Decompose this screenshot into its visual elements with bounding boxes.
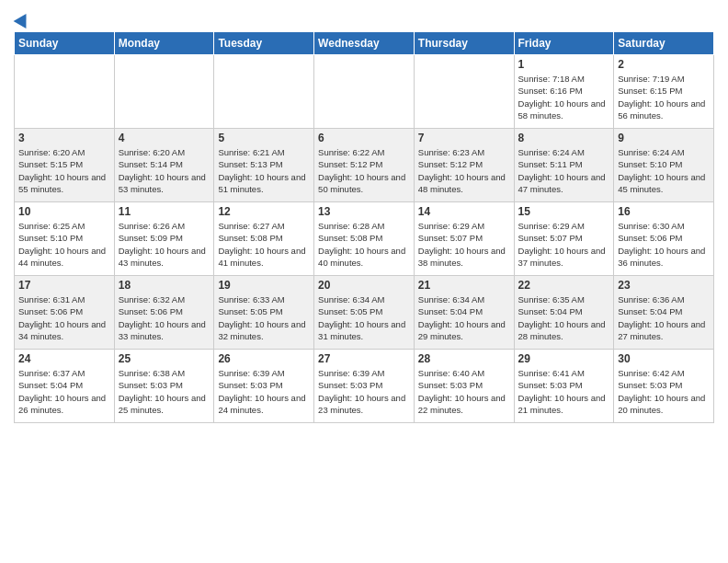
day-info: Sunrise: 6:24 AM Sunset: 5:11 PM Dayligh…: [518, 146, 610, 195]
day-info: Sunrise: 6:22 AM Sunset: 5:12 PM Dayligh…: [318, 146, 410, 195]
day-info: Sunrise: 6:41 AM Sunset: 5:03 PM Dayligh…: [518, 367, 610, 416]
calendar-week-1: 1Sunrise: 7:18 AM Sunset: 6:16 PM Daylig…: [15, 55, 714, 129]
calendar-cell: 15Sunrise: 6:29 AM Sunset: 5:07 PM Dayli…: [514, 202, 614, 276]
calendar-cell: 20Sunrise: 6:34 AM Sunset: 5:05 PM Dayli…: [314, 276, 415, 350]
day-number: 25: [119, 352, 210, 365]
day-number: 12: [218, 205, 310, 218]
calendar-cell: 10Sunrise: 6:25 AM Sunset: 5:10 PM Dayli…: [15, 202, 115, 276]
day-info: Sunrise: 6:39 AM Sunset: 5:03 PM Dayligh…: [318, 367, 410, 416]
calendar-cell: 13Sunrise: 6:28 AM Sunset: 5:08 PM Dayli…: [314, 202, 415, 276]
day-info: Sunrise: 6:26 AM Sunset: 5:09 PM Dayligh…: [119, 220, 210, 269]
day-number: 29: [518, 352, 610, 365]
day-info: Sunrise: 6:40 AM Sunset: 5:03 PM Dayligh…: [418, 367, 510, 416]
day-number: 13: [318, 205, 410, 218]
calendar-cell: 12Sunrise: 6:27 AM Sunset: 5:08 PM Dayli…: [214, 202, 314, 276]
day-number: 20: [318, 279, 410, 292]
calendar-cell: 21Sunrise: 6:34 AM Sunset: 5:04 PM Dayli…: [414, 276, 514, 350]
calendar-cell: 19Sunrise: 6:33 AM Sunset: 5:05 PM Dayli…: [214, 276, 314, 350]
calendar-week-4: 17Sunrise: 6:31 AM Sunset: 5:06 PM Dayli…: [15, 276, 714, 350]
calendar-cell: [15, 55, 115, 129]
day-info: Sunrise: 6:42 AM Sunset: 5:03 PM Dayligh…: [618, 367, 710, 416]
weekday-header-monday: Monday: [114, 32, 214, 55]
day-number: 6: [318, 132, 410, 144]
day-number: 4: [119, 132, 210, 144]
calendar-cell: 1Sunrise: 7:18 AM Sunset: 6:16 PM Daylig…: [514, 55, 614, 129]
calendar-cell: 9Sunrise: 6:24 AM Sunset: 5:10 PM Daylig…: [614, 129, 714, 202]
day-number: 5: [218, 132, 310, 144]
day-number: 11: [119, 205, 210, 218]
day-info: Sunrise: 6:29 AM Sunset: 5:07 PM Dayligh…: [418, 220, 510, 269]
day-number: 16: [618, 205, 710, 218]
calendar-header-row: SundayMondayTuesdayWednesdayThursdayFrid…: [15, 32, 714, 55]
calendar-cell: [314, 55, 415, 129]
calendar-cell: 6Sunrise: 6:22 AM Sunset: 5:12 PM Daylig…: [314, 129, 415, 202]
day-info: Sunrise: 6:34 AM Sunset: 5:05 PM Dayligh…: [318, 293, 410, 342]
day-info: Sunrise: 7:19 AM Sunset: 6:15 PM Dayligh…: [618, 73, 710, 121]
calendar-cell: 27Sunrise: 6:39 AM Sunset: 5:03 PM Dayli…: [314, 350, 415, 423]
day-info: Sunrise: 6:36 AM Sunset: 5:04 PM Dayligh…: [618, 293, 710, 342]
calendar-cell: 4Sunrise: 6:20 AM Sunset: 5:14 PM Daylig…: [114, 129, 214, 202]
calendar-cell: 14Sunrise: 6:29 AM Sunset: 5:07 PM Dayli…: [414, 202, 514, 276]
weekday-header-thursday: Thursday: [414, 32, 514, 55]
logo: [14, 13, 30, 26]
calendar-cell: 5Sunrise: 6:21 AM Sunset: 5:13 PM Daylig…: [214, 129, 314, 202]
weekday-header-friday: Friday: [514, 32, 614, 55]
day-info: Sunrise: 6:39 AM Sunset: 5:03 PM Dayligh…: [218, 367, 310, 416]
day-number: 21: [418, 279, 510, 292]
day-info: Sunrise: 6:30 AM Sunset: 5:06 PM Dayligh…: [618, 220, 710, 269]
day-info: Sunrise: 6:20 AM Sunset: 5:14 PM Dayligh…: [119, 146, 210, 195]
day-number: 26: [218, 352, 310, 365]
day-number: 9: [618, 132, 710, 144]
day-info: Sunrise: 6:31 AM Sunset: 5:06 PM Dayligh…: [18, 293, 110, 342]
day-info: Sunrise: 6:27 AM Sunset: 5:08 PM Dayligh…: [218, 220, 310, 269]
weekday-header-saturday: Saturday: [614, 32, 714, 55]
calendar-cell: 22Sunrise: 6:35 AM Sunset: 5:04 PM Dayli…: [514, 276, 614, 350]
calendar-week-5: 24Sunrise: 6:37 AM Sunset: 5:04 PM Dayli…: [15, 350, 714, 423]
calendar-cell: 8Sunrise: 6:24 AM Sunset: 5:11 PM Daylig…: [514, 129, 614, 202]
day-number: 19: [218, 279, 310, 292]
weekday-header-wednesday: Wednesday: [314, 32, 415, 55]
day-number: 8: [518, 132, 610, 144]
day-number: 24: [18, 352, 110, 365]
day-number: 30: [618, 352, 710, 365]
calendar-cell: 29Sunrise: 6:41 AM Sunset: 5:03 PM Dayli…: [514, 350, 614, 423]
calendar-table: SundayMondayTuesdayWednesdayThursdayFrid…: [14, 31, 714, 423]
calendar-cell: [114, 55, 214, 129]
weekday-header-tuesday: Tuesday: [214, 32, 314, 55]
day-info: Sunrise: 6:35 AM Sunset: 5:04 PM Dayligh…: [518, 293, 610, 342]
day-number: 1: [518, 58, 610, 71]
day-number: 15: [518, 205, 610, 218]
calendar-cell: [214, 55, 314, 129]
logo-triangle-icon: [14, 10, 33, 29]
day-number: 3: [18, 132, 110, 144]
calendar-cell: 17Sunrise: 6:31 AM Sunset: 5:06 PM Dayli…: [15, 276, 115, 350]
day-info: Sunrise: 6:32 AM Sunset: 5:06 PM Dayligh…: [119, 293, 210, 342]
day-number: 7: [418, 132, 510, 144]
weekday-header-sunday: Sunday: [15, 32, 115, 55]
day-number: 17: [18, 279, 110, 292]
day-info: Sunrise: 6:38 AM Sunset: 5:03 PM Dayligh…: [119, 367, 210, 416]
day-number: 18: [119, 279, 210, 292]
calendar-cell: 26Sunrise: 6:39 AM Sunset: 5:03 PM Dayli…: [214, 350, 314, 423]
day-info: Sunrise: 6:24 AM Sunset: 5:10 PM Dayligh…: [618, 146, 710, 195]
header: [14, 9, 714, 26]
day-number: 10: [18, 205, 110, 218]
day-info: Sunrise: 6:20 AM Sunset: 5:15 PM Dayligh…: [18, 146, 110, 195]
day-number: 2: [618, 58, 710, 71]
calendar-cell: 3Sunrise: 6:20 AM Sunset: 5:15 PM Daylig…: [15, 129, 115, 202]
calendar-cell: 2Sunrise: 7:19 AM Sunset: 6:15 PM Daylig…: [614, 55, 714, 129]
calendar-cell: [414, 55, 514, 129]
day-number: 28: [418, 352, 510, 365]
day-number: 22: [518, 279, 610, 292]
day-info: Sunrise: 6:37 AM Sunset: 5:04 PM Dayligh…: [18, 367, 110, 416]
day-info: Sunrise: 6:34 AM Sunset: 5:04 PM Dayligh…: [418, 293, 510, 342]
day-number: 27: [318, 352, 410, 365]
calendar-cell: 18Sunrise: 6:32 AM Sunset: 5:06 PM Dayli…: [114, 276, 214, 350]
calendar-cell: 24Sunrise: 6:37 AM Sunset: 5:04 PM Dayli…: [15, 350, 115, 423]
calendar-cell: 23Sunrise: 6:36 AM Sunset: 5:04 PM Dayli…: [614, 276, 714, 350]
day-info: Sunrise: 6:21 AM Sunset: 5:13 PM Dayligh…: [218, 146, 310, 195]
page-container: SundayMondayTuesdayWednesdayThursdayFrid…: [0, 0, 728, 428]
day-info: Sunrise: 7:18 AM Sunset: 6:16 PM Dayligh…: [518, 73, 610, 121]
calendar-cell: 30Sunrise: 6:42 AM Sunset: 5:03 PM Dayli…: [614, 350, 714, 423]
day-info: Sunrise: 6:33 AM Sunset: 5:05 PM Dayligh…: [218, 293, 310, 342]
